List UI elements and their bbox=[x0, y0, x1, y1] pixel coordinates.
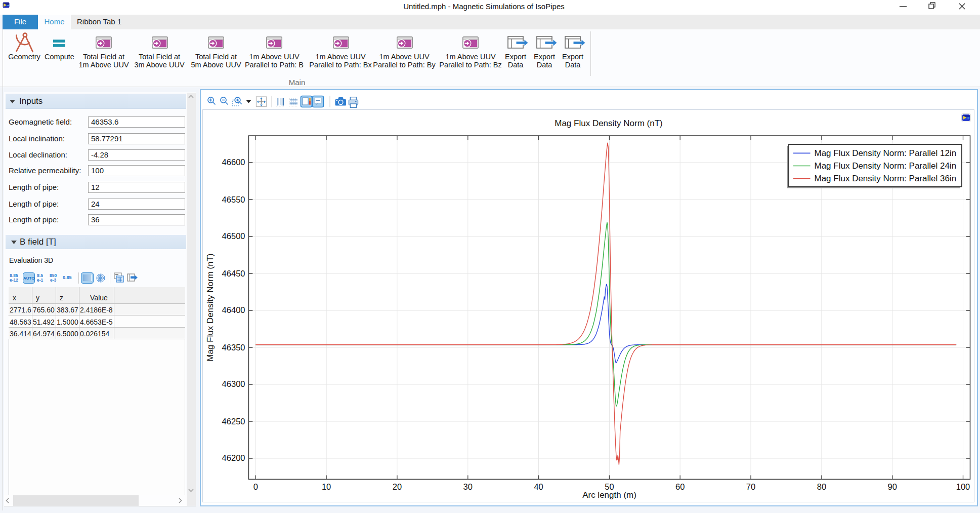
svg-text:0: 0 bbox=[253, 482, 258, 491]
svg-text:80: 80 bbox=[817, 482, 826, 491]
svg-text:100: 100 bbox=[956, 482, 970, 491]
svg-text:46550: 46550 bbox=[222, 195, 245, 204]
svg-text:90: 90 bbox=[888, 482, 897, 491]
svg-text:Arc length (m): Arc length (m) bbox=[582, 490, 636, 500]
svg-text:20: 20 bbox=[393, 482, 402, 491]
svg-text:46500: 46500 bbox=[222, 231, 245, 241]
svg-text:30: 30 bbox=[463, 482, 473, 491]
svg-text:Mag Flux Density Norm: Paralle: Mag Flux Density Norm: Parallel 36in bbox=[815, 174, 957, 183]
svg-text:46300: 46300 bbox=[222, 379, 245, 388]
svg-text:46600: 46600 bbox=[222, 157, 245, 167]
svg-text:10: 10 bbox=[322, 482, 331, 491]
svg-text:46400: 46400 bbox=[222, 305, 245, 314]
svg-text:Mag Flux Density Norm (nT): Mag Flux Density Norm (nT) bbox=[205, 253, 215, 361]
svg-text:Mag Flux Density Norm (nT): Mag Flux Density Norm (nT) bbox=[555, 119, 662, 128]
svg-text:Mag Flux Density Norm: Paralle: Mag Flux Density Norm: Parallel 24in bbox=[815, 161, 957, 171]
svg-text:46250: 46250 bbox=[222, 417, 245, 426]
svg-text:60: 60 bbox=[675, 482, 685, 491]
svg-text:70: 70 bbox=[746, 482, 755, 491]
svg-text:46200: 46200 bbox=[222, 453, 245, 462]
svg-text:40: 40 bbox=[534, 482, 543, 491]
svg-text:Mag Flux Density Norm: Paralle: Mag Flux Density Norm: Parallel 12in bbox=[815, 148, 957, 158]
svg-text:46450: 46450 bbox=[222, 269, 245, 278]
svg-text:46350: 46350 bbox=[222, 343, 245, 352]
